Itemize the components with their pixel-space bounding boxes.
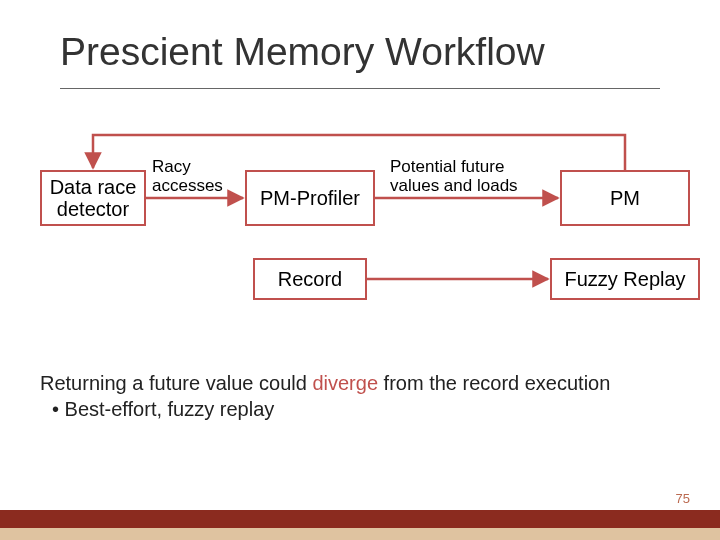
body-line1-accent: diverge: [312, 372, 378, 394]
slide: Prescient Memory Workflow Data race dete…: [0, 0, 720, 540]
label-potential-future: Potential future values and loads: [390, 158, 550, 195]
box-pm: PM: [560, 170, 690, 226]
box-data-race-detector: Data race detector: [40, 170, 146, 226]
footer-bar-dark: [0, 510, 720, 528]
body-line1-pre: Returning a future value could: [40, 372, 312, 394]
box-pm-profiler: PM-Profiler: [245, 170, 375, 226]
body-text: Returning a future value could diverge f…: [40, 370, 680, 422]
footer-bar-light: [0, 528, 720, 540]
box-record: Record: [253, 258, 367, 300]
page-number: 75: [676, 491, 690, 506]
body-line1-post: from the record execution: [378, 372, 610, 394]
body-bullet1: • Best-effort, fuzzy replay: [52, 398, 274, 420]
label-racy-accesses: Racy accesses: [152, 158, 242, 195]
title-underline: [60, 88, 660, 89]
slide-title: Prescient Memory Workflow: [60, 30, 545, 74]
box-fuzzy-replay: Fuzzy Replay: [550, 258, 700, 300]
